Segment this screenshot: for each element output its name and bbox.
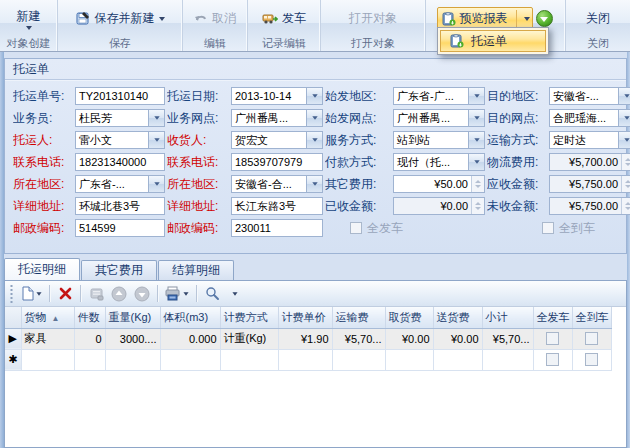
- dropdown-button[interactable]: [148, 176, 164, 192]
- shipper-phone-field[interactable]: 18231340000: [75, 153, 165, 171]
- cell-delivery-fee[interactable]: [433, 349, 482, 370]
- cell-qty[interactable]: 0: [74, 328, 105, 349]
- transport-mode-field[interactable]: 定时达: [549, 131, 630, 149]
- origin-branch-field[interactable]: 广州番禺...: [393, 109, 485, 127]
- consignee-region-field[interactable]: 安徽省-合...: [231, 175, 323, 193]
- shipper-region-field[interactable]: 广东省-...: [75, 175, 165, 193]
- col-billing-mode[interactable]: 计费方式: [220, 307, 278, 328]
- dest-region-field[interactable]: 安徽省-...: [549, 87, 630, 105]
- col-unit-price[interactable]: 计费单价: [278, 307, 332, 328]
- consignee-phone-field[interactable]: 18539707979: [231, 153, 323, 171]
- checkbox[interactable]: [546, 353, 559, 366]
- col-qty[interactable]: 件数: [74, 307, 105, 328]
- col-weight[interactable]: 重量(Kg): [105, 307, 160, 328]
- close-button[interactable]: 关闭: [581, 7, 615, 30]
- dropdown-button[interactable]: [618, 132, 630, 148]
- col-goods[interactable]: 货物▲: [21, 307, 74, 328]
- cell-all-dispatch[interactable]: [533, 349, 572, 370]
- cell-weight[interactable]: [105, 349, 160, 370]
- add-row-button[interactable]: [19, 284, 44, 304]
- shipper-zip-label: 邮政编码:: [13, 220, 73, 237]
- dropdown-button[interactable]: [148, 110, 164, 126]
- save-and-new-button[interactable]: 保存并新建: [71, 7, 170, 30]
- dropdown-button[interactable]: [468, 110, 484, 126]
- chevron-down-icon[interactable]: [36, 292, 41, 295]
- payment-mode-value: 现付（托...: [394, 155, 468, 170]
- payment-mode-field[interactable]: 现付（托...: [393, 153, 485, 171]
- toolbar-overflow-button[interactable]: [225, 284, 245, 304]
- col-transport-fee[interactable]: 运输费: [332, 307, 385, 328]
- preview-button[interactable]: [202, 284, 222, 304]
- dropdown-button[interactable]: [468, 88, 484, 104]
- cell-billing-mode[interactable]: [220, 349, 278, 370]
- col-pickup-fee[interactable]: 取货费: [385, 307, 433, 328]
- cell-goods[interactable]: [21, 349, 74, 370]
- cell-unit-price[interactable]: [278, 349, 332, 370]
- origin-region-field[interactable]: 广东省-广...: [393, 87, 485, 105]
- cell-transport-fee[interactable]: ¥5,70...: [332, 328, 385, 349]
- checkbox[interactable]: [546, 332, 559, 345]
- tab-other-fees[interactable]: 其它费用: [81, 260, 157, 280]
- cell-pickup-fee[interactable]: ¥0.00: [385, 328, 433, 349]
- cell-unit-price[interactable]: ¥1.90: [278, 328, 332, 349]
- row-selector[interactable]: ▶: [5, 328, 21, 349]
- dropdown-button[interactable]: [306, 88, 322, 104]
- dispatch-button[interactable]: 发车: [257, 7, 311, 30]
- table-new-row[interactable]: ✱: [5, 349, 611, 370]
- cell-goods[interactable]: 家具: [21, 328, 74, 349]
- col-subtotal[interactable]: 小计: [482, 307, 533, 328]
- new-button[interactable]: 新建: [9, 7, 49, 31]
- print-export-button[interactable]: [163, 284, 191, 304]
- chevron-down-icon[interactable]: [183, 292, 188, 295]
- cell-volume[interactable]: 0.000: [160, 328, 220, 349]
- dropdown-button[interactable]: [306, 132, 322, 148]
- dest-branch-field[interactable]: 合肥瑶海...: [549, 109, 630, 127]
- dropdown-button[interactable]: [618, 88, 630, 104]
- consignee-field[interactable]: 贺宏文: [231, 131, 323, 149]
- dropdown-button[interactable]: [306, 110, 322, 126]
- col-all-dispatch[interactable]: 全发车: [533, 307, 572, 328]
- chevron-down-icon[interactable]: [524, 17, 530, 21]
- cell-delivery-fee[interactable]: ¥0.00: [433, 328, 482, 349]
- col-all-arrive[interactable]: 全到车: [572, 307, 611, 328]
- checkbox[interactable]: [585, 353, 598, 366]
- shipper-zip-field[interactable]: 514599: [75, 219, 165, 237]
- cell-all-arrive[interactable]: [572, 349, 611, 370]
- checkbox[interactable]: [585, 332, 598, 345]
- service-mode-field[interactable]: 站到站: [393, 131, 485, 149]
- spinner[interactable]: [471, 176, 484, 192]
- dropdown-button[interactable]: [618, 110, 630, 126]
- tab-shipping-detail[interactable]: 托运明细: [4, 258, 80, 280]
- order-no-field[interactable]: TY201310140: [75, 87, 165, 105]
- detail-grid: 货物▲ 件数 重量(Kg) 体积(m3) 计费方式 计费单价 运输费 取货费 送…: [5, 307, 626, 447]
- other-fee-field[interactable]: ¥50.00: [393, 175, 485, 193]
- tab-settlement-detail[interactable]: 结算明细: [158, 260, 234, 280]
- dropdown-button[interactable]: [148, 132, 164, 148]
- dropdown-button[interactable]: [468, 132, 484, 148]
- cell-pickup-fee[interactable]: [385, 349, 433, 370]
- col-volume[interactable]: 体积(m3): [160, 307, 220, 328]
- consignee-zip-field[interactable]: 230011: [231, 219, 323, 237]
- cell-transport-fee[interactable]: [332, 349, 385, 370]
- cell-subtotal[interactable]: [482, 349, 533, 370]
- cell-billing-mode[interactable]: 计重(Kg): [220, 328, 278, 349]
- delete-row-button[interactable]: [55, 284, 75, 304]
- business-branch-field[interactable]: 广州番禺...: [231, 109, 323, 127]
- table-row[interactable]: ▶ 家具 0 3000.... 0.000 计重(Kg) ¥1.90 ¥5,70…: [5, 328, 611, 349]
- cell-all-arrive[interactable]: [572, 328, 611, 349]
- record-nav-button[interactable]: [534, 8, 555, 29]
- cell-all-dispatch[interactable]: [533, 328, 572, 349]
- cell-qty[interactable]: [74, 349, 105, 370]
- cell-volume[interactable]: [160, 349, 220, 370]
- dropdown-button[interactable]: [468, 154, 484, 170]
- cell-weight[interactable]: 3000....: [105, 328, 160, 349]
- order-date-field[interactable]: 2013-10-14: [231, 87, 323, 105]
- consignee-address-field[interactable]: 长江东路3号: [231, 197, 323, 215]
- salesman-field[interactable]: 杜民芳: [75, 109, 165, 127]
- dropdown-button[interactable]: [306, 176, 322, 192]
- menu-item-waybill[interactable]: 托运单: [440, 30, 546, 52]
- shipper-field[interactable]: 雷小文: [75, 131, 165, 149]
- cell-subtotal[interactable]: ¥5,70...: [482, 328, 533, 349]
- col-delivery-fee[interactable]: 送货费: [433, 307, 482, 328]
- shipper-address-field[interactable]: 环城北巷3号: [75, 197, 165, 215]
